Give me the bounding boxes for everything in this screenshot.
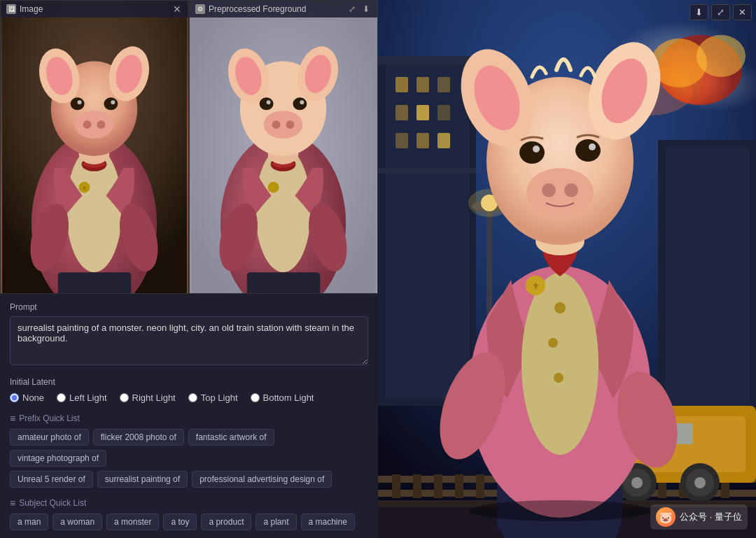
svg-rect-62	[378, 168, 476, 174]
radio-top-light[interactable]: Top Light	[188, 392, 238, 403]
svg-text:⚜: ⚜	[82, 185, 87, 192]
prefix-quick-list-section: Prefix Quick List amateur photo of flick…	[10, 413, 368, 488]
preprocessed-panel-header: ⚙ Preprocessed Foreground ⤢ ⬇	[190, 1, 377, 17]
svg-point-12	[97, 120, 105, 129]
tag-a-toy[interactable]: a toy	[163, 514, 197, 530]
svg-point-33	[272, 120, 281, 129]
svg-point-113	[526, 168, 594, 217]
tag-amateur-photo[interactable]: amateur photo of	[10, 429, 89, 446]
svg-rect-74	[455, 474, 463, 498]
image-panel-title: Image	[20, 4, 43, 14]
svg-point-38	[300, 100, 304, 104]
radio-top-light-label: Top Light	[201, 392, 238, 403]
svg-point-16	[111, 100, 115, 104]
svg-point-104	[554, 373, 564, 383]
svg-rect-75	[476, 474, 484, 498]
radio-bottom-light[interactable]: Bottom Light	[251, 392, 314, 403]
image-row: 🖼 Image ✕	[0, 0, 378, 294]
preprocess-icon: ⚙	[195, 4, 205, 14]
svg-text:⚜: ⚜	[532, 281, 540, 291]
tag-flicker-photo[interactable]: flicker 2008 photo of	[93, 429, 184, 446]
radio-right-light-label: Right Light	[132, 392, 176, 403]
tag-a-monster[interactable]: a monster	[106, 514, 159, 530]
initial-latent-section: Initial Latent None Left Light Right Lig…	[10, 377, 368, 403]
preprocessed-download-btn[interactable]: ⬇	[360, 3, 372, 15]
output-image-svg: ⚜	[378, 0, 756, 538]
svg-point-15	[78, 100, 82, 104]
svg-point-49	[696, 35, 746, 77]
watermark-icon: 🐷	[656, 507, 676, 527]
svg-point-10	[75, 111, 114, 139]
svg-rect-57	[438, 105, 450, 120]
svg-point-119	[589, 143, 596, 150]
svg-rect-64	[665, 147, 749, 413]
right-download-btn[interactable]: ⬇	[690, 4, 708, 20]
subject-tag-row: a man a woman a monster a toy a product …	[10, 514, 368, 530]
svg-rect-21	[58, 272, 132, 293]
subject-quick-list-header: Subject Quick List	[10, 497, 368, 509]
svg-point-103	[548, 338, 558, 348]
preprocessed-panel-title: Preprocessed Foreground	[209, 4, 306, 14]
svg-point-91	[694, 477, 706, 488]
prefix-tag-row-2: Unreal 5 render of surrealist painting o…	[10, 471, 368, 488]
right-close-btn[interactable]: ✕	[733, 4, 752, 20]
tag-surrealist-painting[interactable]: surrealist painting of	[97, 471, 188, 488]
svg-rect-58	[396, 133, 408, 148]
right-expand-btn[interactable]: ⤢	[711, 4, 730, 20]
tag-vintage-photograph[interactable]: vintage photograph of	[10, 450, 106, 467]
svg-rect-56	[416, 105, 429, 120]
tag-a-machine[interactable]: a machine	[301, 514, 355, 530]
svg-rect-60	[438, 133, 450, 148]
svg-point-117	[575, 139, 601, 162]
svg-point-34	[286, 120, 294, 129]
svg-point-115	[564, 183, 578, 197]
pig-portrait-svg-left: ⚜	[1, 1, 188, 293]
radio-none[interactable]: None	[10, 392, 44, 403]
radio-left-light-label: Left Light	[69, 392, 107, 403]
tag-unreal-render[interactable]: Unreal 5 render of	[10, 471, 93, 488]
svg-rect-72	[413, 474, 421, 498]
panel-title: 🖼 Image	[6, 4, 43, 14]
image-panel-header: 🖼 Image ✕	[1, 1, 188, 17]
tag-a-man[interactable]: a man	[10, 514, 48, 530]
prefix-quick-list-header: Prefix Quick List	[10, 413, 368, 424]
svg-rect-54	[438, 77, 450, 92]
prefix-tag-row-1: amateur photo of flicker 2008 photo of f…	[10, 429, 368, 467]
right-panel-header: ⬇ ⤢ ✕	[685, 0, 756, 24]
preprocessed-panel-actions: ⤢ ⬇	[346, 3, 372, 15]
svg-point-37	[267, 100, 271, 104]
image-icon: 🖼	[6, 4, 16, 14]
tag-professional-advertising[interactable]: professional advertising design of	[192, 471, 332, 488]
svg-rect-52	[396, 77, 408, 92]
image-panel-close[interactable]: ✕	[172, 3, 183, 15]
preprocessed-title: ⚙ Preprocessed Foreground	[195, 4, 306, 14]
svg-point-102	[554, 302, 566, 313]
radio-bottom-light-label: Bottom Light	[263, 392, 314, 403]
prompt-textarea[interactable]	[10, 316, 368, 365]
pig-portrait-svg-right	[190, 1, 377, 293]
svg-point-88	[631, 477, 643, 488]
svg-point-118	[533, 146, 540, 153]
radio-group: None Left Light Right Light Top Light Bo…	[10, 392, 368, 403]
svg-point-39	[268, 182, 279, 193]
initial-latent-label: Initial Latent	[10, 377, 368, 387]
radio-none-label: None	[22, 392, 44, 403]
preprocessed-expand-btn[interactable]: ⤢	[346, 3, 358, 15]
preprocessed-panel: ⚙ Preprocessed Foreground ⤢ ⬇	[189, 0, 378, 294]
svg-rect-59	[416, 133, 429, 148]
tag-a-plant[interactable]: a plant	[255, 514, 296, 530]
radio-left-light[interactable]: Left Light	[57, 392, 107, 403]
tag-fantastic-artwork[interactable]: fantastic artwork of	[188, 429, 274, 446]
svg-point-114	[542, 183, 556, 197]
pig-image-right	[190, 1, 377, 293]
svg-rect-42	[247, 272, 321, 293]
svg-point-32	[264, 111, 303, 139]
svg-point-14	[104, 97, 118, 110]
radio-right-light[interactable]: Right Light	[120, 392, 176, 403]
svg-rect-73	[434, 474, 442, 498]
svg-rect-55	[396, 105, 408, 120]
tag-a-product[interactable]: a product	[201, 514, 251, 530]
image-panel: 🖼 Image ✕	[0, 0, 189, 294]
watermark-text: 公众号 · 量子位	[680, 511, 742, 523]
tag-a-woman[interactable]: a woman	[52, 514, 102, 530]
